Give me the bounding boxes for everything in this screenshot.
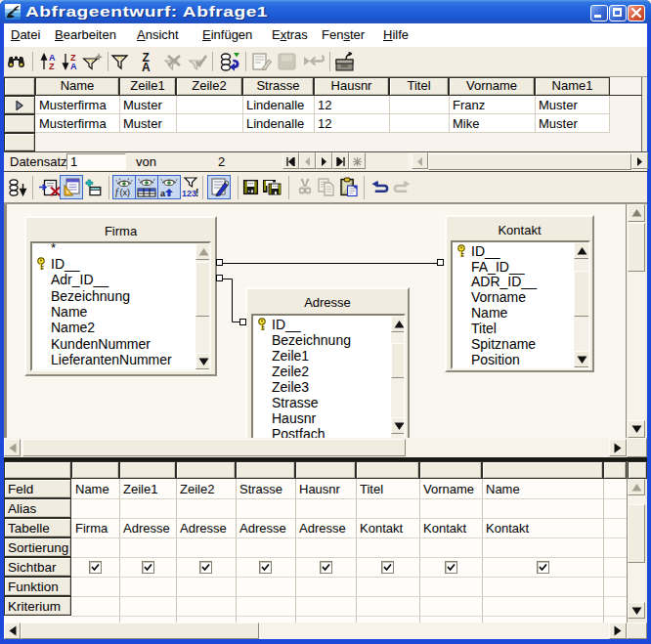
svg-text:A: A — [142, 61, 151, 72]
svg-text:!: ! — [195, 188, 198, 198]
svg-text:a: a — [160, 189, 166, 197]
svg-text:123: 123 — [182, 189, 196, 198]
svg-text:A: A — [70, 62, 77, 70]
svg-text:f: f — [115, 187, 119, 197]
svg-text:Z: Z — [49, 62, 55, 70]
svg-text:(x): (x) — [120, 188, 131, 197]
